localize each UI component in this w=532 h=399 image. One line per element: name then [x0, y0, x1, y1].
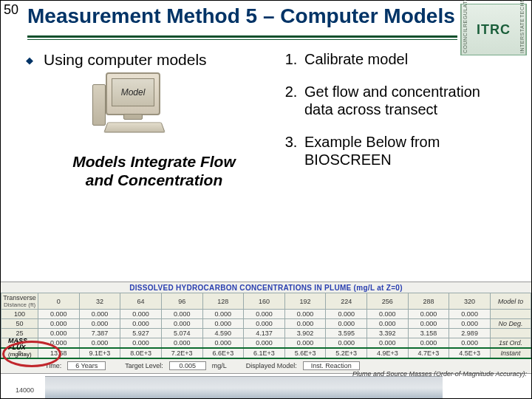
right-header-label: Model to: [491, 293, 531, 310]
target-label: Target Level:: [125, 362, 163, 369]
computer-monitor-icon: Model: [106, 72, 160, 115]
time-value: 6 Years: [67, 361, 106, 370]
steps-list: Calibrate model Get flow and concentrati…: [282, 50, 509, 168]
left-column: Using computer models Model Models Integ…: [41, 50, 267, 190]
chart-y-tick: 14000: [16, 386, 34, 394]
table-row: 10 0.0000.0000.0000.0000.0000.0000.0000.…: [1, 338, 531, 349]
header: Measurement Method 5 – Computer Models: [1, 1, 531, 40]
table-row: 25 0.0007.3875.9275.0744.5904.1373.9023.…: [1, 329, 531, 338]
computer-tower-icon: [92, 84, 106, 126]
slide: 50 COUNCILREGULATORY ITRC INTERSTATETECH…: [0, 0, 532, 399]
body-columns: Using computer models Model Models Integ…: [1, 40, 531, 190]
table-title: DISSOLVED HYDROCARBON CONCENTRATIONS IN …: [1, 284, 531, 293]
page-number: 50: [4, 2, 18, 18]
computer-screen-text: Model: [112, 78, 154, 106]
step-2: Get flow and concentration data across t…: [301, 83, 509, 118]
computer-icon: Model: [92, 72, 174, 139]
displayed-model-label: Displayed Model:: [246, 362, 297, 369]
itrc-logo: COUNCILREGULATORY ITRC INTERSTATETECHNOL…: [460, 4, 527, 55]
concentration-table: Transverse Distance (ft) 032649612816019…: [1, 293, 531, 359]
target-value: 0.005: [169, 361, 206, 370]
bullet-using-models: Using computer models: [41, 50, 267, 69]
logo-right-text: INTERSTATETECHNOLOGY: [519, 4, 526, 55]
right-column: Calibrate model Get flow and concentrati…: [282, 50, 509, 190]
keyboard-icon: [103, 123, 166, 133]
logo-acronym: ITRC: [468, 4, 519, 55]
row-header-label: Transverse Distance (ft): [1, 293, 38, 310]
table-row-massflux: 0 13.689.1E+38.0E+37.2E+36.6E+36.1E+35.6…: [1, 348, 531, 358]
left-subheading: Models Integrate Flowand Concentration: [41, 152, 267, 189]
table-row: 100 0.0000.0000.0000.0000.0000.0000.0000…: [1, 310, 531, 319]
title-rule-thick: [27, 35, 457, 38]
table-row: 50 0.0000.0000.0000.0000.0000.0000.0000.…: [1, 319, 531, 329]
displayed-model-value: Inst. Reaction: [303, 361, 360, 370]
target-unit: mg/L: [212, 362, 227, 369]
slide-title: Measurement Method 5 – Computer Models: [27, 5, 457, 28]
step-3: Example Below from BIOSCREEN: [301, 133, 509, 168]
table-header-row: Transverse Distance (ft) 032649612816019…: [1, 293, 531, 310]
chart-stub: [45, 376, 443, 398]
monitor-stand-icon: [123, 114, 143, 120]
highlight-circle-icon: [2, 341, 61, 367]
logo-left-text: COUNCILREGULATORY: [461, 4, 468, 55]
bioscreen-table-area: DISSOLVED HYDROCARBON CONCENTRATIONS IN …: [1, 282, 531, 374]
